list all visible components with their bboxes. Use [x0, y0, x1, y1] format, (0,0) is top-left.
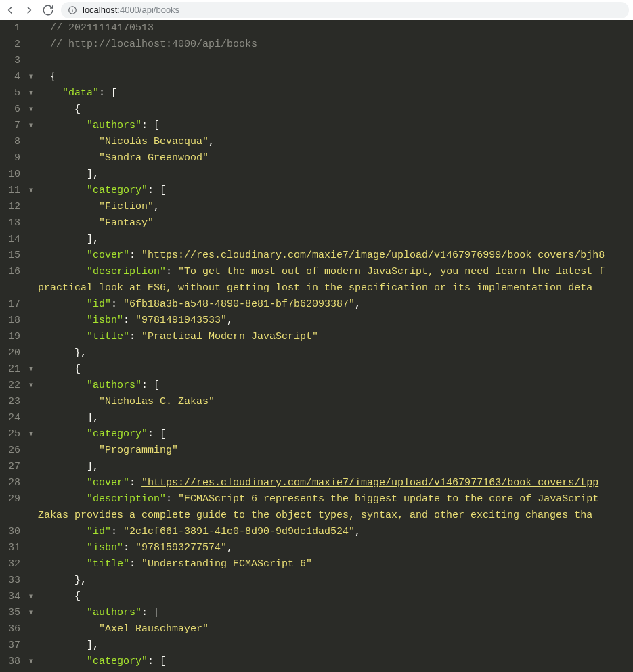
fold-toggle-icon — [24, 491, 38, 508]
address-bar[interactable]: localhost:4000/api/books — [61, 2, 629, 18]
code-line: 1 // 20211114170513 — [0, 20, 633, 37]
line-number: 35 — [0, 605, 24, 621]
line-number: 14 — [0, 231, 24, 248]
site-info-icon[interactable] — [68, 5, 77, 15]
code-content: "description": "To get the most out of m… — [38, 264, 633, 280]
code-line: 38▼ "category": [ — [0, 654, 633, 670]
code-content: { — [38, 589, 633, 605]
code-content: { — [38, 102, 633, 118]
code-content: ], — [38, 166, 633, 183]
code-line: 33 }, — [0, 573, 633, 589]
code-content: "Fantasy" — [38, 215, 633, 231]
code-content: ], — [38, 410, 633, 426]
fold-toggle-icon[interactable]: ▼ — [24, 183, 38, 199]
fold-toggle-icon — [24, 20, 38, 37]
code-content: "authors": [ — [38, 605, 633, 621]
line-number: 23 — [0, 394, 24, 410]
code-line: 14 ], — [0, 231, 633, 248]
code-line: 25▼ "category": [ — [0, 426, 633, 443]
fold-toggle-icon — [24, 573, 38, 589]
code-line: 6▼ { — [0, 102, 633, 118]
code-content: ], — [38, 637, 633, 654]
code-line: 19 "title": "Practical Modern JavaScript… — [0, 329, 633, 345]
fold-toggle-icon — [24, 475, 38, 491]
code-line: 31 "isbn": "9781593277574", — [0, 540, 633, 556]
line-number: 12 — [0, 199, 24, 215]
code-line: 21▼ { — [0, 361, 633, 378]
code-line: 17 "id": "6fb18a3b-a548-4890-8e81-bf7b62… — [0, 296, 633, 313]
fold-toggle-icon — [24, 637, 38, 654]
fold-toggle-icon — [24, 53, 38, 69]
fold-toggle-icon — [24, 264, 38, 280]
fold-toggle-icon — [24, 508, 38, 524]
code-line: 8 "Nicolás Bevacqua", — [0, 134, 633, 150]
code-line: 32 "title": "Understanding ECMAScript 6" — [0, 556, 633, 573]
line-number: 16 — [0, 264, 24, 280]
line-number: 27 — [0, 459, 24, 475]
line-number: 4 — [0, 69, 24, 85]
forward-button[interactable] — [23, 4, 35, 16]
line-number: 31 — [0, 540, 24, 556]
fold-toggle-icon — [24, 443, 38, 459]
fold-toggle-icon — [24, 524, 38, 540]
code-content: "title": "Understanding ECMAScript 6" — [38, 556, 633, 573]
code-line: 4▼ { — [0, 69, 633, 85]
url-link[interactable]: "https://res.cloudinary.com/maxie7/image… — [141, 250, 605, 261]
code-line: 5▼ "data": [ — [0, 85, 633, 102]
code-content: "Axel Rauschmayer" — [38, 621, 633, 637]
code-content: // 20211114170513 — [38, 20, 633, 37]
code-content: "Fiction", — [38, 199, 633, 215]
code-content: "Programming" — [38, 443, 633, 459]
fold-toggle-icon[interactable]: ▼ — [24, 654, 38, 670]
code-line: 2 // http://localhost:4000/api/books — [0, 37, 633, 53]
code-content: }, — [38, 345, 633, 361]
line-number: 32 — [0, 556, 24, 573]
code-content: }, — [38, 573, 633, 589]
fold-toggle-icon[interactable]: ▼ — [24, 102, 38, 118]
fold-toggle-icon[interactable]: ▼ — [24, 605, 38, 621]
code-content: "Nicolás Bevacqua", — [38, 134, 633, 150]
code-line: Zakas provides a complete guide to the o… — [0, 508, 633, 524]
code-line: 12 "Fiction", — [0, 199, 633, 215]
code-content: "data": [ — [38, 85, 633, 102]
fold-toggle-icon — [24, 459, 38, 475]
fold-toggle-icon — [24, 150, 38, 166]
code-content: "category": [ — [38, 654, 633, 670]
fold-toggle-icon — [24, 345, 38, 361]
fold-toggle-icon — [24, 248, 38, 264]
fold-toggle-icon[interactable]: ▼ — [24, 69, 38, 85]
code-line: 24 ], — [0, 410, 633, 426]
line-number: 20 — [0, 345, 24, 361]
code-content: "cover": "https://res.cloudinary.com/max… — [38, 248, 633, 264]
code-content: "isbn": "9781593277574", — [38, 540, 633, 556]
code-line: 18 "isbn": "9781491943533", — [0, 313, 633, 329]
line-number: 36 — [0, 621, 24, 637]
code-line: 34▼ { — [0, 589, 633, 605]
fold-toggle-icon — [24, 394, 38, 410]
code-line: 7▼ "authors": [ — [0, 118, 633, 134]
fold-toggle-icon[interactable]: ▼ — [24, 378, 38, 394]
line-number — [0, 280, 24, 296]
fold-toggle-icon — [24, 215, 38, 231]
line-number: 6 — [0, 102, 24, 118]
fold-toggle-icon — [24, 231, 38, 248]
code-line: 29 "description": "ECMAScript 6 represen… — [0, 491, 633, 508]
fold-toggle-icon[interactable]: ▼ — [24, 589, 38, 605]
fold-toggle-icon[interactable]: ▼ — [24, 118, 38, 134]
fold-toggle-icon[interactable]: ▼ — [24, 426, 38, 443]
url-text: localhost:4000/api/books — [83, 5, 179, 15]
back-button[interactable] — [4, 4, 16, 16]
fold-toggle-icon — [24, 134, 38, 150]
line-number: 29 — [0, 491, 24, 508]
line-number: 34 — [0, 589, 24, 605]
fold-toggle-icon — [24, 199, 38, 215]
line-number: 19 — [0, 329, 24, 345]
fold-toggle-icon[interactable]: ▼ — [24, 85, 38, 102]
code-content: "cover": "https://res.cloudinary.com/max… — [38, 475, 633, 491]
line-number: 21 — [0, 361, 24, 378]
url-link[interactable]: "https://res.cloudinary.com/maxie7/image… — [141, 477, 598, 489]
code-content: "authors": [ — [38, 118, 633, 134]
fold-toggle-icon[interactable]: ▼ — [24, 361, 38, 378]
reload-button[interactable] — [42, 4, 54, 16]
code-content: // http://localhost:4000/api/books — [38, 37, 633, 53]
